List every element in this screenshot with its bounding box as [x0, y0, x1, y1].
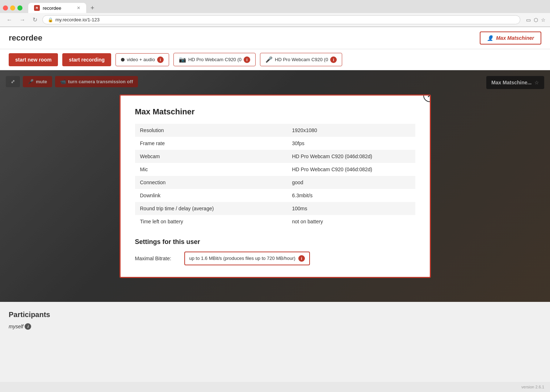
- app-header: recordee 👤 Max Matschiner: [0, 27, 550, 49]
- stats-value: not on battery: [287, 215, 415, 228]
- myself-label: myself i: [9, 323, 541, 330]
- start-new-room-button[interactable]: start new room: [9, 53, 58, 66]
- toolbar: start new room start recording video + a…: [0, 49, 550, 70]
- webcam-select[interactable]: 📷 HD Pro Webcam C920 (0 i: [173, 53, 256, 66]
- tab-bar: R recordee ✕ +: [0, 0, 550, 13]
- modal-title: Max Matschiner: [135, 107, 415, 117]
- video-audio-label: video + audio: [127, 57, 155, 62]
- stats-label: Downlink: [135, 189, 287, 202]
- minimize-dot[interactable]: [10, 5, 15, 10]
- refresh-button[interactable]: ↻: [30, 16, 39, 24]
- tab-favicon: R: [34, 5, 40, 11]
- user-menu-button[interactable]: 👤 Max Matschiner: [480, 31, 541, 45]
- stats-value: good: [287, 176, 415, 189]
- stats-label: Connection: [135, 176, 287, 189]
- stats-value: 6.3mbit/s: [287, 189, 415, 202]
- bookmark-icon[interactable]: ☆: [541, 17, 546, 23]
- bitrate-value: up to 1.6 MBit/s (produces files up to 7…: [189, 256, 295, 261]
- mic-select[interactable]: 🎤 HD Pro Webcam C920 (0 i: [260, 53, 342, 66]
- back-button[interactable]: ←: [4, 16, 14, 24]
- mic-info-icon[interactable]: i: [330, 56, 337, 63]
- app: recordee 👤 Max Matschiner start new room…: [0, 27, 550, 382]
- new-tab-button[interactable]: +: [88, 4, 97, 12]
- myself-info-icon[interactable]: i: [25, 323, 31, 330]
- myself-text: myself: [9, 324, 23, 329]
- settings-row: Maximal Bitrate: up to 1.6 MBit/s (produ…: [135, 252, 415, 265]
- tab-close-icon[interactable]: ✕: [77, 5, 80, 10]
- webcam-info-icon[interactable]: i: [244, 56, 250, 63]
- stats-row: WebcamHD Pro Webcam C920 (046d:082d): [135, 150, 415, 163]
- settings-section-title: Settings for this user: [135, 238, 415, 246]
- bitrate-select[interactable]: up to 1.6 MBit/s (produces files up to 7…: [184, 252, 310, 265]
- bottom-section: Participants myself i: [0, 302, 550, 338]
- stats-label: Time left on battery: [135, 215, 287, 228]
- tab-label: recordee: [43, 5, 61, 11]
- video-audio-select[interactable]: video + audio i: [116, 53, 169, 66]
- stats-value: HD Pro Webcam C920 (046d:082d): [287, 150, 415, 163]
- bitrate-label: Maximal Bitrate:: [135, 256, 179, 261]
- version-label: version 2.6.1: [521, 385, 544, 389]
- stats-value: 30fps: [287, 137, 415, 150]
- microphone-icon: 🎤: [265, 56, 273, 63]
- stats-row: MicHD Pro Webcam C920 (046d:082d): [135, 163, 415, 176]
- camera-icon: 📷: [179, 56, 186, 63]
- webcam-label: HD Pro Webcam C920 (0: [188, 57, 242, 62]
- nav-icons-right: ▭ ⬡ ☆: [526, 17, 546, 23]
- bitrate-info-icon[interactable]: i: [298, 255, 305, 262]
- stats-label: Webcam: [135, 150, 287, 163]
- video-audio-info-icon[interactable]: i: [157, 56, 164, 63]
- user-name: Max Matschiner: [496, 35, 534, 41]
- mic-label: HD Pro Webcam C920 (0: [275, 57, 328, 62]
- app-logo: recordee: [9, 33, 42, 43]
- stats-row: Frame rate30fps: [135, 137, 415, 150]
- stats-row: Downlink6.3mbit/s: [135, 189, 415, 202]
- browser-chrome: R recordee ✕ + ← → ↻ 🔒 my.recordee.io/1-…: [0, 0, 550, 27]
- stats-row: Time left on batterynot on battery: [135, 215, 415, 228]
- lock-icon: 🔒: [48, 17, 53, 22]
- stats-row: Round trip time / delay (average)100ms: [135, 202, 415, 215]
- stats-label: Resolution: [135, 124, 287, 137]
- window-controls: [3, 5, 22, 10]
- user-icon: 👤: [487, 35, 493, 41]
- forward-button[interactable]: →: [17, 16, 28, 24]
- stats-label: Frame rate: [135, 137, 287, 150]
- close-dot[interactable]: [3, 5, 8, 10]
- user-stats-modal: ✕ Max Matschiner Resolution1920x1080Fram…: [119, 94, 431, 278]
- stats-value: HD Pro Webcam C920 (046d:082d): [287, 163, 415, 176]
- modal-close-button[interactable]: ✕: [423, 94, 431, 102]
- stats-label: Round trip time / delay (average): [135, 202, 287, 215]
- video-area: ⤢ 🎤 mute 📹 turn camera transmission off …: [0, 70, 550, 302]
- circle-indicator: [121, 58, 125, 62]
- url-text: my.recordee.io/1-123: [55, 17, 100, 22]
- browser-nav: ← → ↻ 🔒 my.recordee.io/1-123 ▭ ⬡ ☆: [0, 13, 550, 27]
- share-icon[interactable]: ⬡: [534, 17, 538, 23]
- stats-row: Resolution1920x1080: [135, 124, 415, 137]
- stats-value: 1920x1080: [287, 124, 415, 137]
- stats-label: Mic: [135, 163, 287, 176]
- stats-table: Resolution1920x1080Frame rate30fpsWebcam…: [135, 124, 415, 228]
- maximize-dot[interactable]: [17, 5, 22, 10]
- active-tab[interactable]: R recordee ✕: [28, 3, 86, 13]
- modal-overlay: ✕ Max Matschiner Resolution1920x1080Fram…: [0, 70, 550, 302]
- stats-value: 100ms: [287, 202, 415, 215]
- start-recording-button[interactable]: start recording: [62, 53, 111, 66]
- cast-icon[interactable]: ▭: [526, 17, 531, 23]
- stats-row: Connectiongood: [135, 176, 415, 189]
- participants-title: Participants: [9, 311, 541, 319]
- address-bar[interactable]: 🔒 my.recordee.io/1-123: [42, 15, 520, 24]
